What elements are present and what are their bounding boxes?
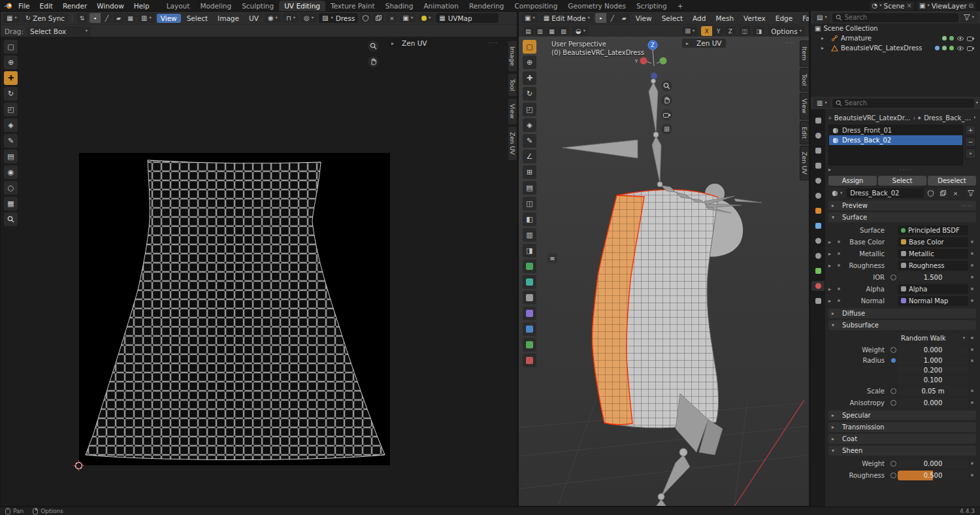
workspace-tab-modeling[interactable]: Modeling — [195, 1, 237, 11]
vp-tab-edit[interactable]: Edit — [800, 121, 809, 144]
scene-selector[interactable]: ◔▾Scene× — [870, 1, 915, 10]
edge-select-button[interactable]: ╱ — [607, 13, 618, 23]
uv-select-island-button[interactable]: ▦ — [125, 13, 136, 23]
menu-edit[interactable]: Edit — [35, 1, 57, 10]
uv-select-edge-button[interactable]: ╱ — [101, 13, 112, 23]
surface-panel-header[interactable]: ▾Surface — [828, 212, 976, 222]
properties-editor-type-button[interactable]: ▥▾ — [813, 98, 830, 108]
gizmo-y-axis[interactable] — [660, 58, 667, 65]
assign-button[interactable]: Assign — [828, 176, 877, 186]
breadcrumb-material[interactable]: Dress_Back_... — [921, 114, 973, 122]
hide-viewport-eye-icon[interactable] — [956, 36, 964, 41]
expand-icon[interactable]: ▸ — [828, 251, 836, 257]
tab-object[interactable] — [811, 206, 825, 216]
new-material-button[interactable] — [938, 188, 949, 198]
tab-render[interactable] — [811, 131, 825, 141]
face-select-button[interactable]: ▰ — [619, 13, 630, 23]
panel-grip[interactable]: ···· — [785, 40, 795, 46]
tab-world[interactable] — [811, 191, 825, 201]
radius-y-field[interactable]: 0.200 — [898, 366, 968, 374]
uv-select-face-button[interactable]: ▰ — [113, 13, 124, 23]
uv-tab-image[interactable]: Image — [508, 41, 517, 72]
active-tool-dropdown[interactable]: Select Box▾ — [27, 26, 91, 36]
relax-tool[interactable]: ○ — [4, 181, 18, 195]
zen-uv-panel-header[interactable]: ▸Zen UV — [387, 39, 431, 48]
radius-z-field[interactable]: 0.100 — [898, 376, 968, 384]
viewport-scene[interactable]: Z Y — [519, 37, 809, 507]
image-datablock-selector[interactable]: ▨ ▾ Dress — [319, 13, 358, 23]
select-box-tool[interactable]: ▢ — [4, 40, 18, 54]
transform-tool[interactable]: ◈ — [4, 118, 18, 132]
menu-window[interactable]: Window — [92, 1, 128, 10]
edge-slide-tool[interactable] — [523, 307, 536, 320]
zen-uv-panel-header[interactable]: ▸Zen UV — [682, 39, 726, 48]
gizmo-negative-z-axis[interactable] — [651, 73, 657, 79]
grab-tool[interactable]: ◉ — [4, 165, 18, 179]
uv-zoom-gizmo[interactable] — [368, 41, 379, 52]
outliner-row-armature[interactable]: ▸ Armature — [811, 33, 980, 43]
subsurface-weight-slider[interactable]: 0.000 — [898, 345, 968, 355]
tab-object-data[interactable] — [811, 266, 825, 276]
material-slot-list[interactable]: Dress_Front_01 Dress_Back_02 — [828, 125, 963, 165]
vp-menu-select[interactable]: Select — [658, 14, 687, 23]
properties-search[interactable] — [832, 99, 974, 108]
hide-viewport-eye-icon[interactable] — [956, 46, 964, 51]
smooth-tool[interactable] — [523, 291, 536, 305]
zoom-tool[interactable] — [4, 212, 18, 226]
poly-build-tool[interactable] — [523, 259, 536, 273]
slot-expand-row[interactable]: ▸···· — [828, 165, 976, 173]
knife-tool[interactable]: ◨ — [523, 244, 536, 258]
sticky-select-dropdown[interactable]: ▥▾ — [138, 13, 155, 23]
outliner-row-scene-collection[interactable]: ▣ Scene Collection — [811, 24, 980, 33]
unlink-scene-icon[interactable]: × — [907, 3, 912, 9]
uv-menu-select[interactable]: Select — [183, 14, 212, 23]
copy-view-layer-icon[interactable]: ⧉ — [969, 3, 973, 9]
annotate-tool[interactable]: ✎ — [523, 134, 536, 148]
material-slot-row-selected[interactable]: Dress_Back_02 — [829, 135, 962, 145]
shrink-fatten-tool[interactable] — [523, 322, 536, 336]
properties-options-dropdown[interactable]: ▾ — [976, 101, 978, 105]
zen-sync-button[interactable]: ↻Zen Sync — [22, 13, 68, 23]
rip-region-tool[interactable]: ▤ — [4, 150, 18, 163]
view-layer-selector[interactable]: ▣▾ViewLayer⧉ — [917, 1, 976, 10]
workspace-tab-shading[interactable]: Shading — [380, 1, 419, 11]
normal-map-button[interactable]: Normal Map — [898, 296, 968, 306]
subsurface-scale-field[interactable]: 0.05 m — [898, 386, 968, 396]
coat-panel-header[interactable]: ▸Coat — [828, 434, 976, 444]
uv-map-selector[interactable]: ▦UVMap — [436, 13, 498, 23]
annotate-tool[interactable]: ✎ — [4, 134, 18, 148]
uv-pan-gizmo[interactable] — [368, 56, 379, 67]
radius-x-field[interactable]: 1.000 — [898, 356, 968, 365]
tab-output[interactable] — [811, 146, 825, 156]
mode-dropdown[interactable]: ▦Edit Mode▾ — [540, 13, 593, 23]
subsurface-method-dropdown[interactable]: Random Walk▾ — [898, 333, 968, 343]
vp-menu-edge[interactable]: Edge — [772, 14, 796, 23]
rotate-tool[interactable]: ↻ — [4, 87, 18, 101]
breadcrumb-object[interactable]: BeautsieVRC_LatexDr... — [832, 114, 913, 122]
proportional-edit-dropdown[interactable]: ◎▾ — [301, 13, 317, 23]
workspace-tab-texture-paint[interactable]: Texture Paint — [325, 1, 380, 11]
tab-material[interactable] — [811, 281, 825, 291]
pivot-point-dropdown[interactable]: ◉▾ — [265, 13, 281, 23]
scale-tool[interactable]: ◰ — [4, 103, 18, 116]
uv-tab-tool[interactable]: Tool — [508, 73, 517, 97]
material-filter-dropdown[interactable] — [965, 188, 976, 198]
material-name-field[interactable]: Dress_Back_02 — [847, 188, 924, 198]
correct-face-attributes-toggle[interactable]: ◨ — [753, 26, 764, 36]
unlink-image-button[interactable]: × — [386, 13, 397, 23]
uv-2d-cursor[interactable] — [73, 460, 84, 471]
menu-render[interactable]: Render — [58, 1, 91, 10]
scale-tool[interactable]: ◰ — [523, 103, 536, 116]
workspace-tab-uv-editing[interactable]: UV Editing — [279, 1, 325, 11]
expand-icon[interactable]: ▸ — [828, 286, 836, 292]
remove-slot-button[interactable]: − — [965, 137, 976, 147]
mirror-z-button[interactable]: Z — [725, 26, 736, 36]
ior-value-field[interactable]: 1.500 — [898, 273, 968, 282]
uv-menu-image[interactable]: Image — [214, 14, 243, 23]
vp-menu-mesh[interactable]: Mesh — [711, 14, 738, 23]
sheen-weight-slider[interactable]: 0.000 — [898, 459, 968, 469]
blender-logo[interactable] — [3, 2, 13, 10]
tab-tool[interactable] — [811, 116, 825, 125]
workspace-tab-animation[interactable]: Animation — [418, 1, 464, 11]
expand-icon[interactable]: ▸ — [828, 263, 836, 269]
